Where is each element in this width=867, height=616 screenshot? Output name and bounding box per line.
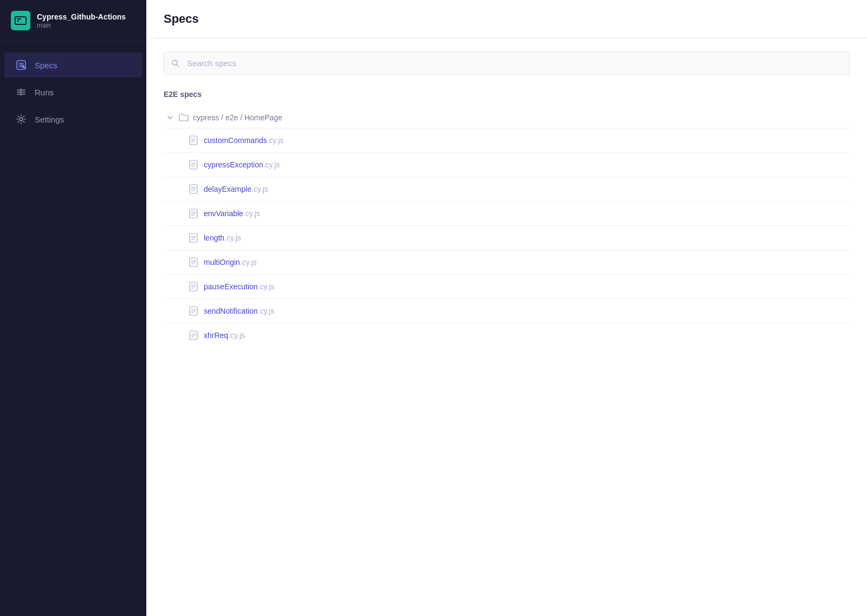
file-icon bbox=[189, 209, 198, 218]
sidebar-nav: Specs Runs bbox=[0, 42, 146, 142]
file-list: customCommands.cy.js cypressException.cy… bbox=[164, 128, 850, 347]
settings-icon bbox=[15, 113, 27, 125]
file-row[interactable]: cypressException.cy.js bbox=[164, 152, 850, 177]
svg-point-12 bbox=[20, 118, 23, 121]
sidebar-item-specs[interactable]: Specs bbox=[4, 53, 142, 77]
file-row[interactable]: delayExample.cy.js bbox=[164, 177, 850, 201]
file-name: length.cy.js bbox=[204, 233, 241, 243]
main-body: E2E specs cypress / e2e / HomePage bbox=[146, 38, 867, 616]
file-icon bbox=[189, 135, 198, 145]
app-logo bbox=[11, 11, 30, 30]
file-row[interactable]: length.cy.js bbox=[164, 225, 850, 250]
search-input[interactable] bbox=[164, 51, 850, 75]
specs-icon bbox=[15, 59, 27, 71]
svg-rect-0 bbox=[15, 17, 26, 24]
svg-rect-1 bbox=[17, 18, 21, 20]
file-row[interactable]: pauseExecution.cy.js bbox=[164, 274, 850, 299]
runs-label: Runs bbox=[35, 88, 54, 97]
specs-label: Specs bbox=[35, 61, 57, 70]
page-title: Specs bbox=[164, 12, 850, 26]
file-name: envVariable.cy.js bbox=[204, 209, 260, 218]
file-name: cypressException.cy.js bbox=[204, 160, 280, 170]
runs-icon bbox=[15, 86, 27, 98]
file-icon bbox=[189, 282, 198, 291]
folder-row[interactable]: cypress / e2e / HomePage bbox=[164, 107, 850, 128]
svg-rect-2 bbox=[17, 21, 20, 22]
main-content: Specs E2E specs bbox=[146, 0, 867, 616]
file-name: sendNotification.cy.js bbox=[204, 306, 274, 316]
search-container bbox=[164, 51, 850, 75]
folder-path-label: cypress / e2e / HomePage bbox=[193, 113, 282, 122]
file-name: multiOrigin.cy.js bbox=[204, 257, 257, 267]
folder-icon bbox=[179, 113, 189, 122]
file-icon bbox=[189, 306, 198, 316]
file-row[interactable]: sendNotification.cy.js bbox=[164, 299, 850, 323]
file-row[interactable]: multiOrigin.cy.js bbox=[164, 250, 850, 274]
file-name: xhrReq.cy.js bbox=[204, 330, 245, 340]
chevron-down-icon bbox=[166, 113, 174, 122]
file-icon bbox=[189, 160, 198, 170]
sidebar: Cypress_Github-Actions main Specs bbox=[0, 0, 146, 616]
file-icon bbox=[189, 330, 198, 340]
search-icon bbox=[171, 59, 180, 68]
sidebar-item-settings[interactable]: Settings bbox=[4, 107, 142, 132]
project-name: Cypress_Github-Actions bbox=[37, 12, 126, 22]
sidebar-item-runs[interactable]: Runs bbox=[4, 80, 142, 105]
branch-label: main bbox=[37, 22, 126, 29]
main-header: Specs bbox=[146, 0, 867, 38]
file-row[interactable]: envVariable.cy.js bbox=[164, 201, 850, 225]
file-icon bbox=[189, 257, 198, 267]
project-info: Cypress_Github-Actions main bbox=[37, 12, 126, 29]
e2e-section-label: E2E specs bbox=[164, 90, 850, 99]
file-name: delayExample.cy.js bbox=[204, 184, 268, 194]
file-icon bbox=[189, 233, 198, 243]
settings-label: Settings bbox=[35, 115, 64, 124]
file-icon bbox=[189, 184, 198, 194]
file-row[interactable]: xhrReq.cy.js bbox=[164, 323, 850, 347]
sidebar-header: Cypress_Github-Actions main bbox=[0, 0, 146, 42]
file-name: pauseExecution.cy.js bbox=[204, 282, 275, 291]
file-name: customCommands.cy.js bbox=[204, 135, 284, 145]
file-row[interactable]: customCommands.cy.js bbox=[164, 128, 850, 152]
